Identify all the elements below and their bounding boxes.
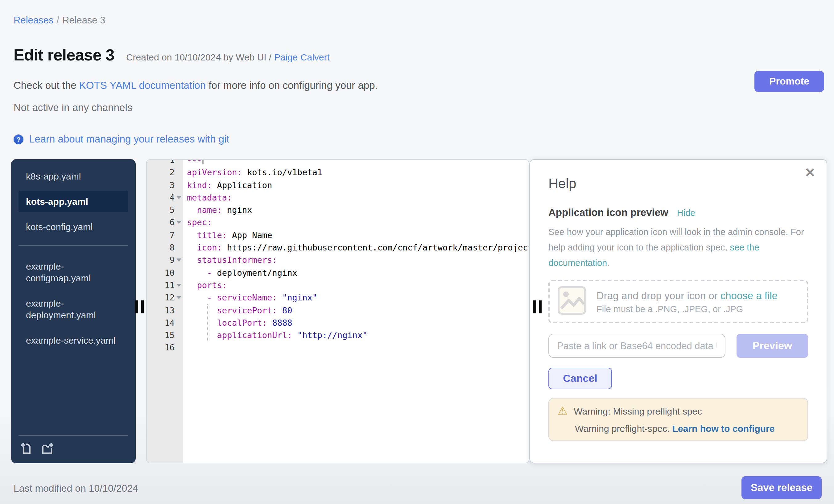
created-by-link[interactable]: Paige Calvert bbox=[274, 52, 330, 62]
code-line[interactable]: 7 title: App Name bbox=[147, 229, 529, 242]
line-number: 2 bbox=[147, 166, 183, 179]
breadcrumb-separator: / bbox=[57, 15, 59, 25]
code-line[interactable]: 6spec: bbox=[147, 216, 529, 229]
sidebar-resize-handle[interactable] bbox=[135, 301, 144, 313]
line-number: 3 bbox=[147, 179, 183, 191]
promote-button[interactable]: Promote bbox=[754, 71, 824, 92]
warning-configure-link[interactable]: Learn how to configure bbox=[673, 423, 775, 434]
description-text: See how your application icon will look … bbox=[548, 227, 804, 252]
git-releases-link[interactable]: Learn about managing your releases with … bbox=[29, 133, 229, 145]
code-line[interactable]: 5 name: nginx bbox=[147, 203, 529, 216]
line-number: 14 bbox=[147, 316, 183, 329]
icon-preview-section-title: Application icon preview bbox=[548, 207, 668, 218]
file-tree-item[interactable]: example-service.yaml bbox=[19, 329, 128, 351]
help-panel: ✕ Help Application icon preview Hide See… bbox=[529, 159, 827, 463]
page: Releases/Release 3 Edit release 3 Create… bbox=[0, 0, 834, 504]
file-tree-sidebar: k8s-app.yamlkots-app.yamlkots-config.yam… bbox=[11, 159, 136, 463]
indent-guide bbox=[207, 304, 208, 341]
line-number: 1 bbox=[147, 159, 183, 166]
docs-hint-after: for more info on configuring your app. bbox=[206, 80, 378, 91]
fold-arrow-icon[interactable] bbox=[176, 259, 181, 262]
fold-arrow-icon[interactable] bbox=[176, 196, 181, 199]
help-panel-resize-handle[interactable] bbox=[533, 301, 542, 313]
line-number: 12 bbox=[147, 291, 183, 304]
close-icon[interactable]: ✕ bbox=[805, 166, 815, 179]
breadcrumb-current: Release 3 bbox=[62, 15, 106, 25]
line-number: 8 bbox=[147, 241, 183, 254]
help-panel-title: Help bbox=[548, 176, 808, 192]
code-line[interactable]: 15 applicationUrl: "http://nginx" bbox=[147, 329, 529, 342]
icon-dropzone[interactable]: Drag and drop your icon or choose a file… bbox=[548, 280, 808, 323]
code-line[interactable]: 10 - deployment/nginx bbox=[147, 266, 529, 279]
question-mark-icon: ? bbox=[14, 134, 23, 144]
created-meta: Created on 10/10/2024 by Web UI / Paige … bbox=[126, 52, 330, 62]
line-number: 5 bbox=[147, 203, 183, 216]
line-number: 11 bbox=[147, 279, 183, 291]
page-title: Edit release 3 bbox=[14, 46, 114, 65]
dropzone-text: Drag and drop your icon or bbox=[596, 290, 721, 301]
code-line[interactable]: 3kind: Application bbox=[147, 179, 529, 191]
text-cursor bbox=[203, 159, 204, 164]
fold-arrow-icon[interactable] bbox=[176, 284, 181, 287]
new-folder-icon[interactable] bbox=[41, 442, 54, 455]
code-line[interactable]: 9 statusInformers: bbox=[147, 254, 529, 266]
icon-url-input[interactable] bbox=[548, 334, 725, 358]
file-tree-item[interactable]: kots-config.yaml bbox=[19, 216, 128, 238]
last-modified-text: Last modified on 10/10/2024 bbox=[14, 483, 138, 494]
new-file-icon[interactable] bbox=[20, 442, 33, 455]
line-number: 9 bbox=[147, 254, 183, 266]
editor-lines[interactable]: 1---2apiVersion: kots.io/v1beta13kind: A… bbox=[147, 159, 529, 354]
page-header: Edit release 3 Created on 10/10/2024 by … bbox=[14, 46, 330, 65]
code-line[interactable]: 14 localPort: 8888 bbox=[147, 316, 529, 329]
fold-arrow-icon[interactable] bbox=[176, 221, 181, 224]
dropzone-filetypes: File must be a .PNG, .JPEG, or .JPG bbox=[596, 304, 777, 314]
channel-status: Not active in any channels bbox=[14, 102, 132, 113]
docs-hint: Check out the KOTS YAML documentation fo… bbox=[14, 80, 378, 91]
save-release-button[interactable]: Save release bbox=[742, 476, 822, 499]
code-line[interactable]: 11 ports: bbox=[147, 279, 529, 291]
file-tree-item[interactable]: example-deployment.yaml bbox=[19, 292, 128, 326]
line-number: 13 bbox=[147, 304, 183, 316]
image-placeholder-icon bbox=[557, 286, 587, 318]
cancel-button[interactable]: Cancel bbox=[548, 368, 612, 389]
code-line[interactable]: 16 bbox=[147, 342, 529, 354]
code-line[interactable]: 4metadata: bbox=[147, 191, 529, 204]
line-number: 15 bbox=[147, 329, 183, 342]
code-line[interactable]: 12 - serviceName: "nginx" bbox=[147, 291, 529, 304]
file-tree-divider bbox=[19, 245, 128, 245]
file-tree-item[interactable]: k8s-app.yaml bbox=[19, 165, 128, 187]
line-number: 4 bbox=[147, 191, 183, 204]
fold-arrow-icon[interactable] bbox=[176, 297, 181, 300]
code-line[interactable]: 2apiVersion: kots.io/v1beta1 bbox=[147, 166, 529, 179]
code-line[interactable]: 8 icon: https://raw.githubusercontent.co… bbox=[147, 241, 529, 254]
hide-link[interactable]: Hide bbox=[677, 208, 696, 218]
warning-triangle-icon: ⚠ bbox=[558, 405, 568, 416]
docs-hint-before: Check out the bbox=[14, 80, 79, 91]
file-tree-item[interactable]: kots-app.yaml bbox=[19, 191, 128, 212]
breadcrumb-releases-link[interactable]: Releases bbox=[14, 15, 53, 25]
sidebar-footer bbox=[19, 435, 128, 456]
git-help-row: ? Learn about managing your releases wit… bbox=[14, 133, 229, 145]
description-period: . bbox=[607, 258, 610, 268]
sidebar-footer-divider bbox=[19, 435, 128, 436]
yaml-editor[interactable]: 1---2apiVersion: kots.io/v1beta13kind: A… bbox=[146, 159, 529, 463]
warning-body: Warning preflight-spec. bbox=[575, 423, 673, 434]
kots-yaml-docs-link[interactable]: KOTS YAML documentation bbox=[79, 80, 206, 91]
code-line[interactable]: 13 servicePort: 80 bbox=[147, 304, 529, 316]
file-tree: k8s-app.yamlkots-app.yamlkots-config.yam… bbox=[11, 165, 136, 351]
created-text: Created on 10/10/2024 by Web UI / bbox=[126, 52, 271, 62]
warning-box: ⚠ Warning: Missing preflight spec Warnin… bbox=[548, 398, 808, 441]
line-number: 7 bbox=[147, 229, 183, 242]
line-number: 10 bbox=[147, 266, 183, 279]
file-tree-item[interactable]: example-configmap.yaml bbox=[19, 256, 128, 289]
icon-preview-description: See how your application icon will look … bbox=[548, 224, 808, 271]
line-number: 6 bbox=[147, 216, 183, 229]
code-line[interactable]: 1--- bbox=[147, 159, 529, 166]
preview-button[interactable]: Preview bbox=[737, 334, 808, 358]
line-number: 16 bbox=[147, 342, 183, 354]
main-row: k8s-app.yamlkots-app.yamlkots-config.yam… bbox=[0, 159, 834, 463]
breadcrumb: Releases/Release 3 bbox=[14, 15, 105, 26]
choose-file-link[interactable]: choose a file bbox=[721, 290, 777, 301]
warning-title: Warning: Missing preflight spec bbox=[574, 406, 702, 416]
